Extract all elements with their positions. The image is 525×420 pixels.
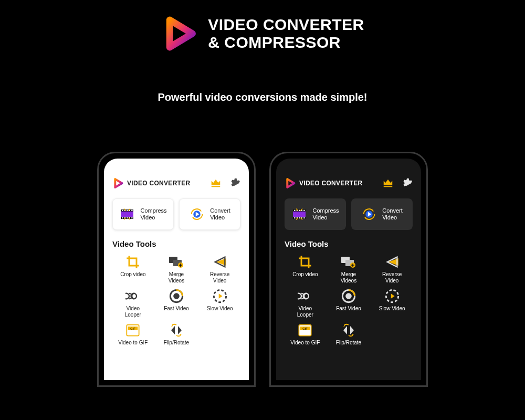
- compress-video-button[interactable]: CompressVideo: [112, 198, 174, 230]
- tagline: Powerful video conversions made simple!: [0, 91, 525, 103]
- phone-light: VIDEO CONVERTER CompressVideo ConvertVid…: [97, 152, 256, 387]
- merge-icon: [169, 255, 184, 269]
- tool-crop-video[interactable]: Crop video: [285, 255, 326, 284]
- merge-icon: [341, 255, 356, 269]
- compress-icon: [291, 206, 307, 222]
- phone-side-button: [427, 216, 428, 240]
- compress-video-button[interactable]: CompressVideo: [285, 198, 346, 230]
- section-title-tools: Video Tools: [112, 239, 240, 248]
- loop-icon: [125, 289, 140, 303]
- play-logo-icon: [112, 177, 124, 189]
- tool-video-looper[interactable]: VideoLooper: [285, 289, 326, 318]
- tool-reverse-video[interactable]: ReverseVideo: [199, 255, 240, 284]
- phone-mockups-row: VIDEO CONVERTER CompressVideo ConvertVid…: [0, 152, 525, 387]
- tool-merge-videos[interactable]: MergeVideos: [156, 255, 197, 284]
- section-title-tools: Video Tools: [285, 239, 413, 248]
- convert-icon: [361, 206, 377, 222]
- tool-fast-video[interactable]: Fast Video: [328, 289, 370, 318]
- fast-icon: [341, 289, 356, 303]
- app-screen-dark: VIDEO CONVERTER CompressVideo ConvertVid…: [276, 159, 421, 380]
- compress-icon: [119, 206, 135, 222]
- crop-icon: [298, 255, 312, 269]
- app-header: VIDEO CONVERTER: [285, 177, 413, 189]
- promo-header: VIDEO CONVERTER & COMPRESSOR: [0, 0, 525, 52]
- app-header: VIDEO CONVERTER: [112, 177, 240, 189]
- tool-reverse-video[interactable]: ReverseVideo: [371, 255, 413, 284]
- tool-slow-video[interactable]: Slow Video: [371, 289, 413, 318]
- gear-icon[interactable]: [401, 177, 413, 189]
- tool-fast-video[interactable]: Fast Video: [156, 289, 197, 318]
- phone-side-button: [427, 247, 428, 261]
- gear-icon[interactable]: [229, 177, 240, 189]
- promo-title: VIDEO CONVERTER & COMPRESSOR: [208, 16, 364, 52]
- app-title: VIDEO CONVERTER: [127, 180, 207, 187]
- slow-icon: [385, 289, 400, 303]
- reverse-icon: [213, 255, 227, 269]
- tool-crop-video[interactable]: Crop video: [112, 255, 154, 284]
- crown-icon[interactable]: [210, 177, 222, 189]
- phone-side-button: [255, 247, 256, 261]
- play-logo-icon: [161, 15, 198, 52]
- app-title: VIDEO CONVERTER: [299, 180, 379, 187]
- tool-slow-video[interactable]: Slow Video: [199, 289, 240, 318]
- phone-side-button: [255, 216, 256, 240]
- phone-dark: VIDEO CONVERTER CompressVideo ConvertVid…: [269, 152, 428, 387]
- tool-video-looper[interactable]: VideoLooper: [112, 289, 154, 318]
- fast-icon: [169, 289, 184, 303]
- tool-flip-rotate[interactable]: Flip/Rotate: [328, 323, 370, 346]
- tool-video-to-gif[interactable]: Video to GIF: [285, 323, 326, 346]
- flip-icon: [341, 323, 356, 338]
- tool-video-to-gif[interactable]: Video to GIF: [112, 323, 154, 346]
- reverse-icon: [385, 255, 400, 269]
- gif-icon: [125, 323, 140, 338]
- loop-icon: [298, 289, 312, 303]
- crop-icon: [125, 255, 140, 269]
- app-screen-light: VIDEO CONVERTER CompressVideo ConvertVid…: [104, 159, 249, 380]
- gif-icon: [298, 323, 312, 338]
- crown-icon[interactable]: [382, 177, 394, 189]
- slow-icon: [213, 289, 227, 303]
- play-logo-icon: [285, 177, 296, 189]
- convert-video-button[interactable]: ConvertVideo: [351, 198, 413, 230]
- convert-icon: [189, 206, 205, 222]
- convert-video-button[interactable]: ConvertVideo: [179, 198, 240, 230]
- tool-merge-videos[interactable]: MergeVideos: [328, 255, 370, 284]
- tool-flip-rotate[interactable]: Flip/Rotate: [156, 323, 197, 346]
- flip-icon: [169, 323, 184, 338]
